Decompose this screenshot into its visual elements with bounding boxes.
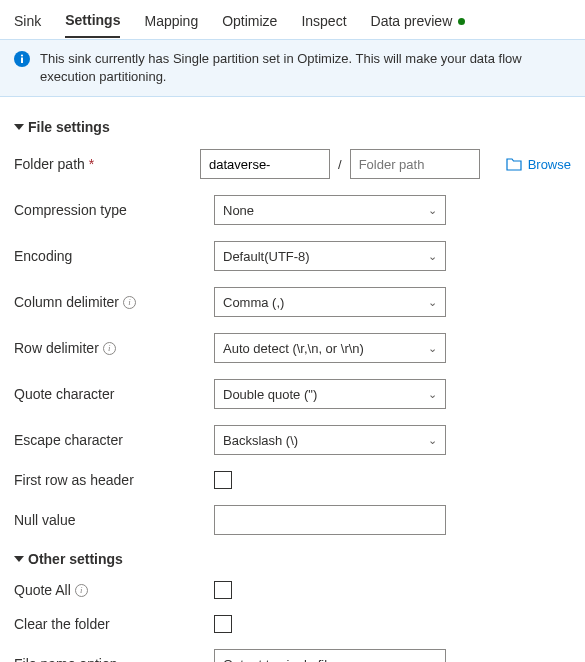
tab-settings[interactable]: Settings (65, 8, 120, 38)
file-name-option-value: Output to single file (223, 657, 334, 662)
compression-type-value: None (223, 203, 254, 218)
label-clear-folder: Clear the folder (14, 616, 214, 632)
chevron-down-icon: ⌄ (428, 658, 437, 662)
encoding-value: Default(UTF-8) (223, 249, 310, 264)
label-quote-all: Quote All i (14, 582, 214, 598)
escape-character-value: Backslash (\) (223, 433, 298, 448)
chevron-down-icon: ⌄ (428, 388, 437, 401)
tab-optimize[interactable]: Optimize (222, 9, 277, 37)
first-row-header-checkbox[interactable] (214, 471, 232, 489)
section-file-settings-label: File settings (28, 119, 110, 135)
section-other-settings[interactable]: Other settings (14, 551, 571, 567)
folder-icon (506, 157, 522, 171)
compression-type-dropdown[interactable]: None ⌄ (214, 195, 446, 225)
column-delimiter-value: Comma (,) (223, 295, 284, 310)
label-file-name-option: File name option (14, 656, 214, 662)
label-row-delimiter: Row delimiter i (14, 340, 214, 356)
row-escape-character: Escape character Backslash (\) ⌄ (14, 425, 571, 455)
row-folder-path: Folder path * / Browse (14, 149, 571, 179)
chevron-down-icon: ⌄ (428, 434, 437, 447)
null-value-input[interactable] (214, 505, 446, 535)
label-column-delimiter: Column delimiter i (14, 294, 214, 310)
row-column-delimiter: Column delimiter i Comma (,) ⌄ (14, 287, 571, 317)
escape-character-dropdown[interactable]: Backslash (\) ⌄ (214, 425, 446, 455)
row-delimiter-value: Auto detect (\r,\n, or \r\n) (223, 341, 364, 356)
label-quote-all-text: Quote All (14, 582, 71, 598)
label-escape-character: Escape character (14, 432, 214, 448)
row-quote-character: Quote character Double quote (") ⌄ (14, 379, 571, 409)
file-name-option-dropdown[interactable]: Output to single file ⌄ (214, 649, 446, 662)
content: File settings Folder path * / Browse Com… (0, 97, 585, 662)
row-delimiter-dropdown[interactable]: Auto detect (\r,\n, or \r\n) ⌄ (214, 333, 446, 363)
folder-path-input-1[interactable] (200, 149, 330, 179)
required-marker: * (89, 156, 94, 172)
row-clear-folder: Clear the folder (14, 615, 571, 633)
chevron-down-icon: ⌄ (428, 342, 437, 355)
row-encoding: Encoding Default(UTF-8) ⌄ (14, 241, 571, 271)
label-encoding: Encoding (14, 248, 214, 264)
row-compression-type: Compression type None ⌄ (14, 195, 571, 225)
row-file-name-option: File name option Output to single file ⌄ (14, 649, 571, 662)
chevron-down-icon: ⌄ (428, 204, 437, 217)
label-null-value: Null value (14, 512, 214, 528)
row-null-value: Null value (14, 505, 571, 535)
browse-button[interactable]: Browse (506, 157, 571, 172)
label-compression-type: Compression type (14, 202, 214, 218)
info-icon[interactable]: i (123, 296, 136, 309)
label-quote-character: Quote character (14, 386, 214, 402)
label-row-delimiter-text: Row delimiter (14, 340, 99, 356)
section-file-settings[interactable]: File settings (14, 119, 571, 135)
quote-character-value: Double quote (") (223, 387, 317, 402)
caret-down-icon (14, 124, 24, 130)
tab-sink[interactable]: Sink (14, 9, 41, 37)
row-quote-all: Quote All i (14, 581, 571, 599)
info-bar-text: This sink currently has Single partition… (40, 50, 571, 86)
status-dot-icon (458, 18, 465, 25)
label-folder-path-text: Folder path (14, 156, 85, 172)
quote-character-dropdown[interactable]: Double quote (") ⌄ (214, 379, 446, 409)
folder-path-inputs: / Browse (200, 149, 571, 179)
label-column-delimiter-text: Column delimiter (14, 294, 119, 310)
tab-mapping[interactable]: Mapping (144, 9, 198, 37)
quote-all-checkbox[interactable] (214, 581, 232, 599)
info-bar: This sink currently has Single partition… (0, 39, 585, 97)
section-other-settings-label: Other settings (28, 551, 123, 567)
label-first-row-header: First row as header (14, 472, 214, 488)
chevron-down-icon: ⌄ (428, 250, 437, 263)
encoding-dropdown[interactable]: Default(UTF-8) ⌄ (214, 241, 446, 271)
path-separator: / (336, 157, 344, 172)
tabs-bar: Sink Settings Mapping Optimize Inspect D… (0, 0, 585, 39)
svg-point-1 (21, 54, 23, 56)
row-row-delimiter: Row delimiter i Auto detect (\r,\n, or \… (14, 333, 571, 363)
info-icon[interactable]: i (75, 584, 88, 597)
tab-data-preview[interactable]: Data preview (371, 9, 466, 37)
caret-down-icon (14, 556, 24, 562)
browse-label: Browse (528, 157, 571, 172)
tab-inspect[interactable]: Inspect (301, 9, 346, 37)
info-icon (14, 51, 30, 67)
clear-folder-checkbox[interactable] (214, 615, 232, 633)
tab-data-preview-label: Data preview (371, 13, 453, 29)
row-first-row-header: First row as header (14, 471, 571, 489)
label-folder-path: Folder path * (14, 156, 200, 172)
svg-rect-2 (21, 58, 23, 64)
chevron-down-icon: ⌄ (428, 296, 437, 309)
column-delimiter-dropdown[interactable]: Comma (,) ⌄ (214, 287, 446, 317)
folder-path-input-2[interactable] (350, 149, 480, 179)
info-icon[interactable]: i (103, 342, 116, 355)
